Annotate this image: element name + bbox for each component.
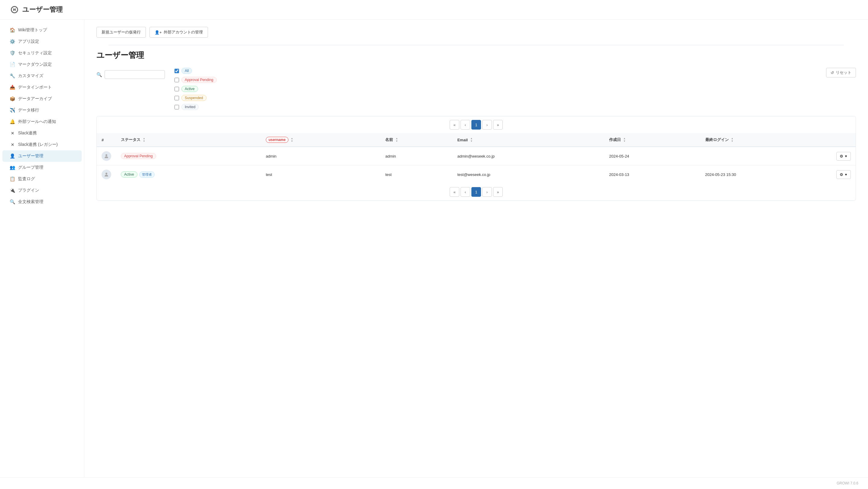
logo: ユーザー管理	[10, 5, 63, 14]
col-last-login[interactable]: 最終ログイン ▲▼	[701, 133, 832, 147]
wrench-icon: 🔧	[10, 73, 15, 79]
page-prev-btn[interactable]: ‹	[461, 120, 470, 130]
cell-created: 2024-05-24	[604, 147, 700, 165]
page-prev-btn-bottom[interactable]: ‹	[461, 187, 470, 197]
filter-all[interactable]: All	[175, 68, 217, 74]
cell-created: 2024-03-13	[604, 165, 700, 184]
svg-point-1	[105, 173, 107, 174]
reset-button[interactable]: ↺ リセット	[826, 68, 856, 77]
row-actions-button[interactable]: ⚙ ▼	[836, 170, 851, 179]
filter-approval-checkbox[interactable]	[175, 78, 179, 82]
sidebar-item-security[interactable]: 🛡️ セキュリティ設定	[2, 47, 82, 59]
cell-last-login: 2024-05-23 15:30	[701, 165, 832, 184]
search-magnifier-icon: 🔍	[96, 72, 102, 77]
sidebar-item-slack[interactable]: ✕ Slack連携	[2, 127, 82, 139]
col-name[interactable]: 名前 ▲▼	[380, 133, 453, 147]
cell-last-login	[701, 147, 832, 165]
status-badge: Active	[121, 171, 137, 177]
home-icon: 🏠	[10, 27, 15, 33]
cell-email: admin@weseek.co.jp	[453, 147, 604, 165]
new-user-button[interactable]: 新規ユーザーの仮発行	[96, 27, 146, 38]
user-table-wrapper: « ‹ 1 › » #	[96, 116, 856, 201]
filter-suspended[interactable]: Suspended	[175, 95, 217, 101]
sidebar-item-data-import[interactable]: 📥 データインポート	[2, 82, 82, 93]
reset-label: リセット	[836, 70, 851, 75]
filter-invited[interactable]: Invited	[175, 104, 217, 110]
cell-email: test@weseek.co.jp	[453, 165, 604, 184]
filter-all-checkbox[interactable]	[175, 69, 179, 73]
filter-all-label: All	[181, 68, 192, 74]
external-account-button[interactable]: 👤+ 外部アカウントの管理	[150, 27, 208, 38]
group-icon: 👥	[10, 165, 15, 170]
filter-suspended-label: Suspended	[181, 95, 207, 101]
new-user-label: 新規ユーザーの仮発行	[101, 30, 141, 35]
page-next-btn-bottom[interactable]: ›	[482, 187, 492, 197]
person-plus-icon: 👤+	[155, 30, 162, 35]
cell-name: test	[380, 165, 453, 184]
col-username[interactable]: username ▲▼	[261, 133, 381, 147]
sidebar-item-slack-legacy[interactable]: ✕ Slack連携 (レガシー)	[2, 139, 82, 150]
sidebar-item-user-management[interactable]: 👤 ユーザー管理	[2, 150, 82, 162]
col-status[interactable]: ステータス ▲▼	[116, 133, 261, 147]
top-pagination: « ‹ 1 › »	[97, 116, 856, 133]
user-icon: 👤	[10, 153, 15, 159]
cell-name: admin	[380, 147, 453, 165]
cell-username: test	[261, 165, 381, 184]
page-next-btn[interactable]: ›	[482, 120, 492, 130]
col-actions	[832, 133, 856, 147]
document-icon: 📄	[10, 62, 15, 67]
col-created[interactable]: 作成日 ▲▼	[604, 133, 700, 147]
cell-avatar	[97, 147, 116, 165]
cell-status: Active 管理者	[116, 165, 261, 184]
page-first-btn[interactable]: «	[450, 120, 459, 130]
search-input[interactable]	[104, 70, 165, 79]
growi-logo-icon	[10, 5, 19, 14]
import-icon: 📥	[10, 85, 15, 90]
migrate-icon: ✈️	[10, 107, 15, 113]
footer: GROWI 7.0.6	[0, 477, 868, 489]
sort-lastlogin-icon: ▲▼	[731, 137, 734, 142]
filter-approval-pending[interactable]: Approval Pending	[175, 77, 217, 83]
header: ユーザー管理	[0, 0, 868, 20]
table-row: Approval Pending admin admin admin@wesee…	[97, 147, 856, 165]
search-wrapper: 🔍	[96, 70, 165, 79]
filter-active-checkbox[interactable]	[175, 87, 179, 91]
sort-created-icon: ▲▼	[623, 137, 626, 142]
sidebar-item-app-settings[interactable]: ⚙️ アプリ設定	[2, 36, 82, 47]
sidebar-item-data-migrate[interactable]: ✈️ データ移行	[2, 104, 82, 116]
page-last-btn-bottom[interactable]: »	[493, 187, 503, 197]
row-actions-button[interactable]: ⚙ ▼	[836, 152, 851, 161]
sidebar-item-group-management[interactable]: 👥 グループ管理	[2, 162, 82, 173]
filter-suspended-checkbox[interactable]	[175, 96, 179, 100]
page-current-btn-bottom[interactable]: 1	[471, 187, 481, 197]
sort-username-icon: ▲▼	[291, 137, 293, 142]
page-last-btn[interactable]: »	[493, 120, 503, 130]
bottom-pagination: « ‹ 1 › »	[97, 184, 856, 200]
sidebar-item-external-notify[interactable]: 🔔 外部ツールへの通知	[2, 116, 82, 127]
sidebar-item-plugins[interactable]: 🔌 プラグイン	[2, 185, 82, 196]
filter-invited-checkbox[interactable]	[175, 105, 179, 109]
sidebar-item-search-management[interactable]: 🔍 全文検索管理	[2, 196, 82, 207]
filter-active[interactable]: Active	[175, 86, 217, 92]
cell-actions: ⚙ ▼	[832, 165, 856, 184]
sidebar-item-wiki-top[interactable]: 🏠 Wiki管理トップ	[2, 24, 82, 36]
table-row: Active 管理者 test test test@weseek.co.jp 2…	[97, 165, 856, 184]
sort-status-icon: ▲▼	[143, 137, 145, 142]
divider	[108, 45, 844, 45]
version-text: GROWI 7.0.6	[837, 481, 858, 485]
page-current-btn[interactable]: 1	[471, 120, 481, 130]
status-badge: Approval Pending	[121, 153, 156, 159]
sidebar-item-data-archive[interactable]: 📦 データアーカイブ	[2, 93, 82, 104]
col-email[interactable]: Email ▲▼	[453, 133, 604, 147]
gear-action-icon: ⚙	[840, 172, 843, 177]
sidebar-item-markdown[interactable]: 📄 マークダウン設定	[2, 59, 82, 70]
cell-actions: ⚙ ▼	[832, 147, 856, 165]
page-header-title: ユーザー管理	[22, 5, 63, 14]
page-first-btn-bottom[interactable]: «	[450, 187, 459, 197]
sidebar-item-audit-log[interactable]: 📋 監査ログ	[2, 173, 82, 185]
slack-legacy-icon: ✕	[10, 142, 15, 147]
sidebar-item-customize[interactable]: 🔧 カスタマイズ	[2, 70, 82, 82]
search-icon: 🔍	[10, 199, 15, 204]
cell-username: admin	[261, 147, 381, 165]
action-buttons: 新規ユーザーの仮発行 👤+ 外部アカウントの管理	[96, 27, 856, 38]
